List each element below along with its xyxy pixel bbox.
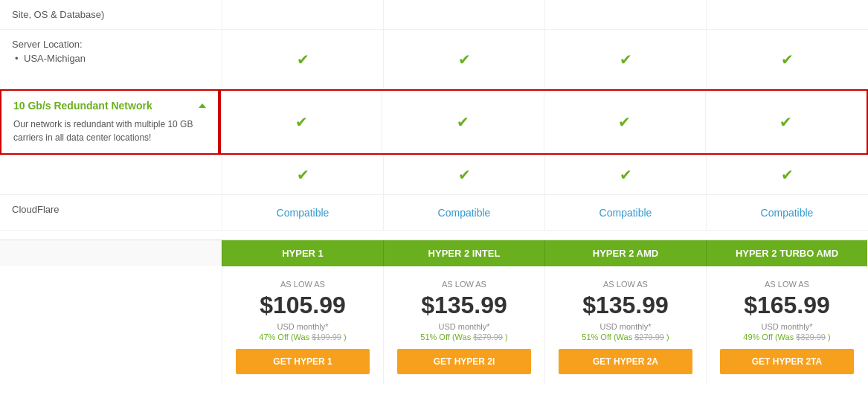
price-2: $135.99	[390, 292, 539, 319]
pricing-plan-cell-4: AS LOW AS $165.99 USD monthly* 49% Off (…	[706, 266, 867, 385]
price-4: $165.99	[713, 292, 861, 319]
was-label-1: (Was	[291, 333, 312, 341]
pricing-plan-cell-2: AS LOW AS $135.99 USD monthly* 51% Off (…	[383, 266, 544, 385]
discount-3: 51% Off (Was $279.99 )	[551, 333, 700, 341]
server-check-3: ✔	[544, 30, 706, 89]
discount-pct-2: 51% Off	[420, 333, 450, 341]
pricing-body-spacer	[0, 266, 222, 385]
compatible-text-2: Compatible	[438, 207, 491, 219]
discount-1: 47% Off (Was $199.99 )	[228, 333, 377, 341]
pricing-plan-cell-3: AS LOW AS $135.99 USD monthly* 51% Off (…	[544, 266, 706, 385]
extra-check-2: ✔	[383, 155, 544, 194]
compatible-cell-4: Compatible	[706, 195, 867, 230]
pricing-header-row: HYPER 1 HYPER 2 INTEL HYPER 2 AMD HYPER …	[0, 240, 868, 266]
server-check-1: ✔	[222, 30, 383, 89]
extra-feature-label	[0, 155, 222, 194]
checkmark-icon: ✔	[297, 51, 309, 68]
plan-header-3: HYPER 2 AMD	[544, 240, 706, 266]
price-1: $105.99	[228, 292, 377, 319]
usd-monthly-1: USD monthly*	[228, 322, 377, 331]
server-location-row: Server Location: USA-Michigan ✔ ✔ ✔ ✔	[0, 30, 868, 89]
get-hyper2ta-button[interactable]: GET HYPER 2TA	[720, 349, 854, 374]
network-check-3: ✔	[544, 91, 705, 153]
checkmark-icon: ✔	[781, 166, 794, 184]
checkmark-icon: ✔	[618, 113, 631, 131]
get-hyper2i-button[interactable]: GET HYPER 2I	[397, 349, 531, 374]
get-hyper1-button[interactable]: GET HYPER 1	[236, 349, 370, 374]
discount-4: 49% Off (Was $329.99 )	[713, 333, 861, 341]
cloudflare-row: CloudFlare Compatible Compatible Compati…	[0, 195, 868, 231]
chevron-up-icon[interactable]	[199, 103, 206, 108]
network-feature-cell: 10 Gb/s Redundant Network Our network is…	[0, 89, 219, 155]
usd-monthly-3: USD monthly*	[551, 322, 700, 331]
checkmark-icon: ✔	[457, 113, 469, 131]
network-check-2: ✔	[382, 91, 543, 153]
was-price-3: $279.99	[634, 333, 664, 341]
network-plans-wrapper: ✔ ✔ ✔ ✔	[219, 89, 868, 155]
plan-cell-4	[706, 0, 867, 29]
extra-check-3: ✔	[544, 155, 706, 194]
discount-2: 51% Off (Was $279.99 )	[390, 333, 539, 341]
network-check-1: ✔	[221, 91, 382, 153]
plan-header-4: HYPER 2 TURBO AMD	[706, 240, 867, 266]
was-price-2: $279.99	[473, 333, 503, 341]
was-price-4: $329.99	[796, 333, 826, 341]
pricing-spacer	[0, 240, 222, 266]
site-os-label: Site, OS & Database)	[12, 9, 104, 20]
as-low-as-3: AS LOW AS	[551, 280, 700, 289]
paren-close-2: )	[505, 333, 508, 341]
as-low-as-2: AS LOW AS	[390, 280, 539, 289]
compatible-cell-2: Compatible	[383, 195, 544, 230]
server-check-2: ✔	[383, 30, 544, 89]
site-os-feature: Site, OS & Database)	[0, 0, 222, 29]
was-label-4: (Was	[775, 333, 796, 341]
extra-check-4: ✔	[706, 155, 867, 194]
network-title-row: 10 Gb/s Redundant Network	[13, 100, 206, 112]
usd-monthly-2: USD monthly*	[390, 322, 539, 331]
plan-header-2: HYPER 2 INTEL	[383, 240, 544, 266]
checkmark-icon: ✔	[297, 166, 309, 184]
cloudflare-label: CloudFlare	[0, 195, 222, 230]
plan-header-1: HYPER 1	[222, 240, 383, 266]
checkmark-icon: ✔	[295, 113, 308, 131]
as-low-as-4: AS LOW AS	[713, 280, 861, 289]
usd-monthly-4: USD monthly*	[713, 322, 861, 331]
was-label-3: (Was	[614, 333, 634, 341]
site-os-row: Site, OS & Database)	[0, 0, 868, 30]
checkmark-icon: ✔	[620, 166, 632, 184]
server-location-label: Server Location:	[12, 39, 210, 50]
compatible-cell-3: Compatible	[544, 195, 706, 230]
checkmark-icon: ✔	[620, 51, 632, 68]
get-hyper2a-button[interactable]: GET HYPER 2A	[559, 349, 692, 374]
price-3: $135.99	[551, 292, 700, 319]
plan-cell-1	[222, 0, 383, 29]
network-title-text: 10 Gb/s Redundant Network	[13, 100, 152, 112]
checkmark-icon: ✔	[458, 51, 471, 68]
was-label-2: (Was	[452, 333, 473, 341]
as-low-as-1: AS LOW AS	[228, 280, 377, 289]
paren-close-4: )	[828, 333, 831, 341]
plan-cell-3	[544, 0, 706, 29]
compatible-text-3: Compatible	[599, 207, 652, 219]
extra-check-1: ✔	[222, 155, 383, 194]
network-row: 10 Gb/s Redundant Network Our network is…	[0, 89, 868, 155]
server-location-value: USA-Michigan	[12, 53, 210, 64]
extra-check-row: ✔ ✔ ✔ ✔	[0, 155, 868, 195]
server-check-4: ✔	[706, 30, 867, 89]
was-price-1: $199.99	[312, 333, 341, 341]
discount-pct-1: 47% Off	[259, 333, 289, 341]
paren-close-3: )	[666, 333, 669, 341]
network-check-4: ✔	[705, 91, 867, 153]
checkmark-icon: ✔	[779, 113, 792, 131]
pricing-plan-cell-1: AS LOW AS $105.99 USD monthly* 47% Off (…	[222, 266, 383, 385]
paren-close-1: )	[344, 333, 347, 341]
plan-cell-2	[383, 0, 544, 29]
checkmark-icon: ✔	[458, 166, 471, 184]
server-location-feature: Server Location: USA-Michigan	[0, 30, 222, 89]
compatible-text-1: Compatible	[277, 207, 329, 219]
checkmark-icon: ✔	[781, 51, 794, 68]
network-description: Our network is redundant with multiple 1…	[13, 118, 206, 144]
pricing-section: HYPER 1 HYPER 2 INTEL HYPER 2 AMD HYPER …	[0, 240, 868, 385]
discount-pct-4: 49% Off	[743, 333, 773, 341]
discount-pct-3: 51% Off	[582, 333, 611, 341]
